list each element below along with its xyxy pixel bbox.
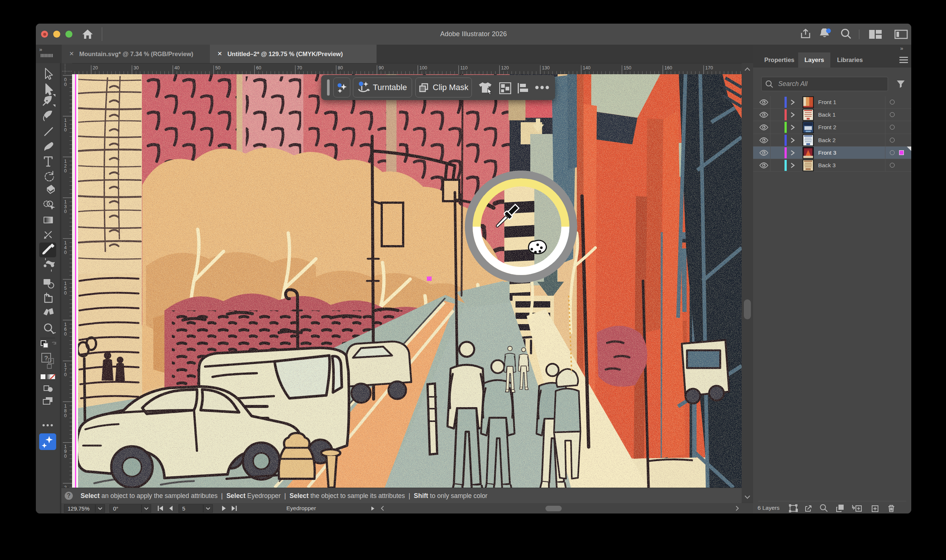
svg-text:1: 1	[64, 123, 67, 128]
svg-text:6: 6	[64, 327, 67, 332]
svg-text:2: 2	[64, 485, 67, 488]
svg-text:?: ?	[50, 359, 52, 363]
svg-text:4: 4	[64, 245, 67, 250]
svg-text:30: 30	[134, 65, 139, 71]
svg-text:1: 1	[64, 444, 67, 449]
svg-text:0: 0	[64, 413, 67, 418]
svg-text:120: 120	[501, 65, 509, 71]
svg-text:0: 0	[64, 82, 67, 87]
svg-text:3: 3	[64, 204, 67, 209]
svg-text:7: 7	[64, 367, 67, 372]
svg-text:5: 5	[64, 286, 67, 291]
svg-text:1: 1	[64, 322, 67, 327]
svg-text:?: ?	[44, 355, 48, 362]
svg-text:0: 0	[64, 331, 67, 337]
svg-text:1: 1	[64, 403, 67, 409]
svg-text:1: 1	[64, 118, 67, 123]
svg-text:0: 0	[64, 209, 67, 214]
svg-text:110: 110	[460, 65, 468, 71]
svg-text:100: 100	[420, 65, 427, 71]
svg-text:1: 1	[64, 363, 67, 368]
svg-text:0: 0	[64, 372, 67, 377]
svg-text:8: 8	[64, 408, 67, 414]
svg-text:140: 140	[583, 65, 591, 71]
svg-text:0: 0	[64, 291, 67, 296]
svg-text:170: 170	[705, 65, 713, 71]
svg-text:80: 80	[338, 65, 343, 71]
svg-text:150: 150	[624, 65, 631, 71]
svg-text:0: 0	[64, 77, 67, 82]
svg-text:2: 2	[64, 163, 67, 169]
svg-text:0: 0	[64, 250, 67, 255]
svg-text:160: 160	[664, 65, 672, 71]
svg-text:9: 9	[64, 449, 67, 454]
svg-text:0: 0	[64, 127, 67, 132]
svg-text:1: 1	[64, 199, 67, 205]
svg-text:60: 60	[256, 65, 261, 71]
svg-text:0: 0	[64, 168, 67, 174]
svg-text:40: 40	[174, 65, 180, 71]
svg-text:?: ?	[67, 492, 71, 499]
svg-text:1: 1	[64, 281, 67, 286]
svg-text:1: 1	[64, 159, 67, 164]
svg-text:130: 130	[542, 65, 550, 71]
svg-text:0: 0	[64, 454, 67, 459]
svg-text:1: 1	[64, 240, 67, 246]
svg-text:20: 20	[93, 65, 98, 71]
svg-text:70: 70	[297, 65, 302, 71]
svg-text:50: 50	[215, 65, 221, 71]
svg-text:90: 90	[379, 65, 384, 71]
